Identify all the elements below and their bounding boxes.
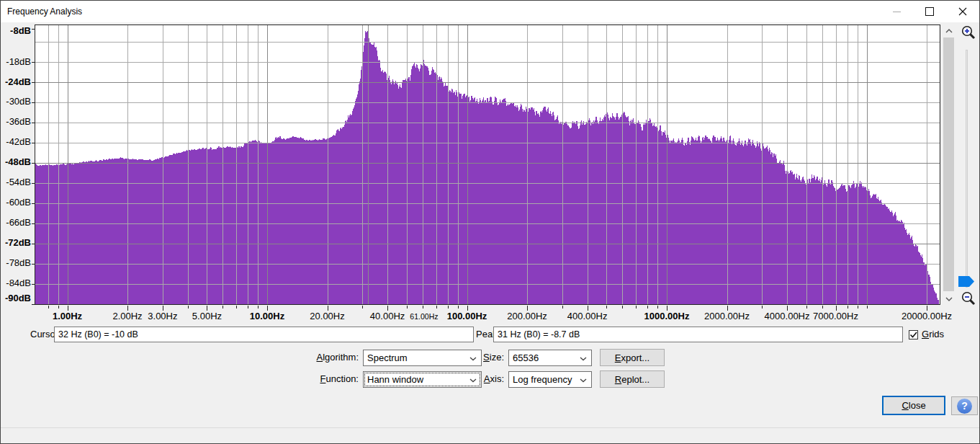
chevron-down-icon	[580, 378, 587, 383]
y-axis-label: -78dB	[1, 257, 31, 269]
size-label: Size:	[482, 350, 504, 365]
function-label: Function:	[315, 371, 359, 387]
chevron-down-icon	[469, 357, 477, 361]
scroll-up-button[interactable]	[943, 25, 955, 37]
checkmark-icon	[909, 331, 917, 339]
algorithm-label: Algorithm:	[315, 350, 359, 365]
axis-value: Log frequency	[513, 374, 572, 385]
grids-checkbox[interactable]	[909, 330, 918, 339]
axis-label: Axis:	[482, 371, 504, 387]
zoom-slider-thumb[interactable]	[958, 276, 975, 287]
y-axis-label: -24dB	[1, 76, 31, 88]
x-axis-label: 7000.00Hz	[813, 311, 858, 321]
y-axis-label: -36dB	[1, 116, 31, 128]
zoom-in-icon	[959, 24, 978, 43]
cursor-value-box[interactable]: 32 Hz (B0) = -10 dB	[54, 327, 474, 342]
x-axis-label: 3.00Hz	[148, 311, 177, 321]
scroll-down-button[interactable]	[943, 293, 955, 305]
y-axis-label: -60dB	[1, 197, 31, 208]
x-axis-label: 100.00Hz	[447, 311, 487, 321]
algorithm-select[interactable]: Spectrum	[363, 350, 482, 366]
x-axis-label: 61.00Hz	[410, 312, 438, 321]
replot-button[interactable]: Replot...	[600, 370, 665, 388]
close-button[interactable]: Close	[882, 396, 945, 415]
chevron-down-icon	[469, 378, 477, 383]
help-button[interactable]: ?	[951, 396, 978, 415]
x-axis-label: 4000.00Hz	[765, 311, 810, 321]
export-button[interactable]: Export...	[600, 349, 665, 366]
algorithm-value: Spectrum	[367, 352, 408, 363]
y-axis-label: -48dB	[1, 156, 31, 168]
y-axis-label: -30dB	[1, 96, 31, 107]
x-axis-label: 2000.00Hz	[704, 311, 750, 321]
grids-checkbox-label[interactable]: Grids	[922, 327, 944, 342]
zoom-slider-track[interactable]	[966, 50, 968, 288]
peak-value-box[interactable]: 31 Hz (B0) = -8.7 dB	[493, 327, 903, 342]
x-axis-label: 400.00Hz	[567, 311, 608, 321]
y-axis-label: -90dB	[1, 293, 31, 304]
x-axis-label: 2.00Hz	[112, 311, 142, 321]
y-axis-label: -72dB	[1, 237, 31, 249]
y-axis-label: -8dB	[1, 25, 31, 37]
vertical-scrollbar[interactable]	[943, 25, 955, 305]
x-axis-label: 40.00Hz	[370, 311, 405, 321]
function-value: Hann window	[367, 374, 423, 385]
chevron-up-icon	[945, 29, 953, 33]
x-axis-label: 20.00Hz	[310, 311, 344, 321]
help-icon: ?	[957, 399, 972, 414]
bottom-divider	[1, 427, 979, 428]
x-axis-label: 10.00Hz	[250, 311, 284, 321]
chevron-down-icon	[580, 357, 587, 361]
size-value: 65536	[513, 352, 539, 363]
y-axis-label: -84dB	[1, 278, 31, 289]
frequency-analysis-window: Frequency Analysis -8dB-18dB-24dB-30dB-3…	[0, 0, 980, 444]
y-axis-label: -54dB	[1, 177, 31, 188]
axis-select[interactable]: Log frequency	[508, 371, 592, 388]
y-axis-label: -18dB	[1, 56, 31, 68]
x-axis-label: 20000.00Hz	[902, 311, 952, 321]
spectrum-plot-area[interactable]	[35, 25, 940, 304]
x-axis-label: 5.00Hz	[192, 311, 222, 321]
x-axis-label: 1.00Hz	[53, 311, 82, 321]
scroll-thumb[interactable]	[943, 37, 954, 291]
x-axis-label: 200.00Hz	[507, 311, 547, 321]
size-select[interactable]: 65536	[508, 350, 592, 366]
x-axis-label: 1000.00Hz	[644, 311, 690, 321]
y-axis-label: -42dB	[1, 136, 31, 148]
y-axis-label: -66dB	[1, 217, 31, 228]
function-select[interactable]: Hann window	[363, 371, 482, 388]
chevron-down-icon	[945, 297, 953, 301]
zoom-out-icon	[959, 290, 978, 308]
